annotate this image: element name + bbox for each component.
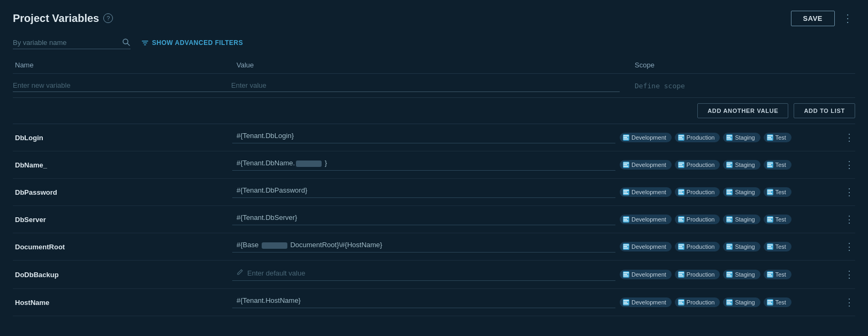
scope-badge-label: Staging: [735, 271, 755, 278]
scope-badge[interactable]: Development: [620, 270, 672, 279]
row-more-icon[interactable]: ⋮: [840, 241, 855, 253]
scope-badge-label: Test: [775, 189, 786, 195]
scope-badge[interactable]: Staging: [723, 215, 760, 224]
svg-rect-41: [623, 217, 629, 218]
scope-badge-icon: [678, 189, 684, 195]
scope-badge[interactable]: Production: [675, 160, 720, 170]
scope-badge-icon: [767, 299, 773, 306]
row-more-icon[interactable]: ⋮: [840, 132, 855, 143]
scope-badge-label: Staging: [735, 134, 755, 141]
variable-value[interactable]: #{Tenant.HostName}: [232, 296, 615, 308]
scope-badge[interactable]: Development: [620, 215, 672, 224]
scope-badge[interactable]: Production: [675, 133, 720, 142]
scope-badge[interactable]: Production: [675, 297, 720, 307]
svg-rect-72: [727, 274, 730, 275]
advanced-filter-button[interactable]: SHOW ADVANCED FILTERS: [141, 39, 243, 47]
row-more-icon[interactable]: ⋮: [840, 269, 855, 280]
page-title: Project Variables: [13, 12, 99, 25]
scope-badge[interactable]: Production: [675, 187, 720, 197]
svg-rect-74: [767, 272, 773, 273]
variable-value[interactable]: Enter default value: [232, 268, 615, 281]
svg-rect-83: [727, 300, 732, 301]
scope-badge-label: Development: [631, 243, 666, 250]
svg-rect-79: [623, 303, 628, 304]
project-variables-page: Project Variables ? SAVE ⋮ SHOW ADVANCED…: [0, 0, 868, 336]
variable-value[interactable]: #{Tenant.DbLogin}: [232, 132, 615, 143]
variable-value[interactable]: #{Tenant.DbPassword}: [232, 186, 615, 198]
new-variable-value-input[interactable]: [227, 79, 620, 92]
svg-rect-65: [623, 272, 629, 273]
col-header-scope: Scope: [630, 61, 855, 69]
scope-badge[interactable]: Test: [764, 133, 791, 142]
add-another-value-button[interactable]: ADD ANOTHER VALUE: [697, 103, 788, 118]
variable-scopes: DevelopmentProductionStagingTest: [615, 242, 840, 251]
scope-badge-label: Test: [775, 271, 786, 278]
scope-badge[interactable]: Staging: [723, 160, 760, 170]
scope-badge[interactable]: Production: [675, 215, 720, 224]
svg-rect-86: [767, 300, 773, 301]
scope-badge[interactable]: Staging: [723, 270, 760, 279]
scope-badge[interactable]: Production: [675, 242, 720, 251]
scope-badge-icon: [623, 162, 629, 168]
variable-name: DbName_: [13, 161, 232, 169]
svg-rect-15: [767, 137, 771, 138]
scope-badge[interactable]: Test: [764, 160, 791, 170]
scope-badge-label: Production: [687, 243, 715, 250]
svg-rect-51: [767, 219, 771, 220]
scope-badge[interactable]: Development: [620, 242, 672, 251]
svg-rect-32: [679, 190, 684, 191]
scope-badge-label: Test: [775, 162, 786, 168]
scope-badge[interactable]: Test: [764, 215, 791, 224]
help-icon[interactable]: ?: [103, 13, 113, 23]
svg-rect-13: [727, 139, 732, 140]
variable-value[interactable]: #{Base DocumentRoot}\#{HostName}: [232, 241, 615, 253]
scope-badge[interactable]: Development: [620, 297, 672, 307]
scope-badge[interactable]: Test: [764, 270, 791, 279]
scope-badge[interactable]: Test: [764, 297, 791, 307]
scope-badge[interactable]: Staging: [723, 297, 760, 307]
svg-rect-57: [679, 246, 682, 247]
svg-rect-27: [767, 164, 771, 165]
search-input[interactable]: [13, 36, 131, 49]
scope-badge[interactable]: Staging: [723, 242, 760, 251]
action-buttons-row: ADD ANOTHER VALUE ADD TO LIST: [13, 98, 855, 124]
svg-rect-69: [679, 274, 682, 275]
scope-badge[interactable]: Staging: [723, 133, 760, 142]
edit-icon[interactable]: [237, 269, 244, 277]
svg-rect-5: [623, 135, 629, 136]
svg-rect-38: [767, 190, 773, 191]
row-more-icon[interactable]: ⋮: [840, 296, 855, 308]
scope-badge-icon: [678, 134, 684, 141]
header: Project Variables ? SAVE ⋮: [13, 10, 855, 27]
new-variable-row: Define scope: [13, 74, 855, 98]
more-menu-icon[interactable]: ⋮: [840, 10, 855, 27]
scope-badge[interactable]: Test: [764, 242, 791, 251]
scope-badge[interactable]: Staging: [723, 187, 760, 197]
row-more-icon[interactable]: ⋮: [840, 186, 855, 198]
scope-badge[interactable]: Development: [620, 133, 672, 142]
new-variable-name-input[interactable]: [13, 79, 227, 92]
scope-badge-icon: [623, 271, 629, 278]
svg-rect-70: [679, 276, 683, 277]
svg-rect-6: [623, 137, 627, 138]
add-to-list-button[interactable]: ADD TO LIST: [794, 103, 855, 118]
scope-badge[interactable]: Development: [620, 160, 672, 170]
scope-badge-label: Development: [631, 189, 666, 195]
row-more-icon[interactable]: ⋮: [840, 213, 855, 225]
scope-badge-label: Test: [775, 216, 786, 223]
svg-rect-71: [727, 272, 732, 273]
row-more-icon[interactable]: ⋮: [840, 159, 855, 171]
scope-badge-label: Production: [687, 271, 715, 278]
variable-value[interactable]: #{Tenant.DbServer}#{Tenant.DbServer}: [232, 213, 615, 225]
variable-value[interactable]: #{Tenant.DbName. }: [232, 159, 615, 171]
search-icon[interactable]: [122, 38, 131, 48]
svg-rect-33: [679, 192, 682, 193]
scope-badge[interactable]: Test: [764, 187, 791, 197]
variable-value-placeholder: Enter default value: [247, 269, 305, 277]
scope-badge-label: Development: [631, 299, 666, 306]
svg-rect-52: [767, 220, 772, 222]
save-button[interactable]: SAVE: [791, 11, 835, 26]
scope-badge[interactable]: Development: [620, 187, 672, 197]
scope-badge-icon: [767, 271, 773, 278]
scope-badge[interactable]: Production: [675, 270, 720, 279]
